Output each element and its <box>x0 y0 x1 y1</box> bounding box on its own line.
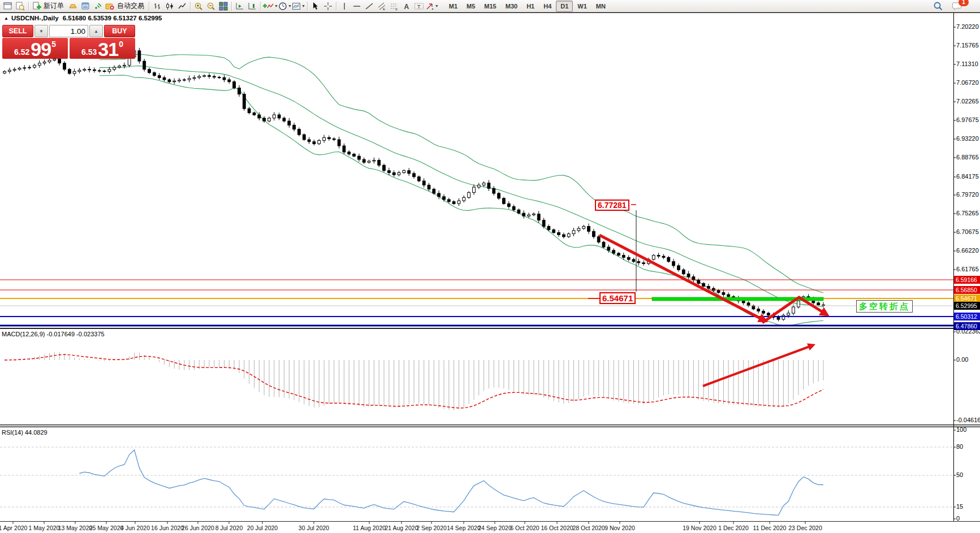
bollinger-lower-band <box>100 75 823 326</box>
buy-price-box[interactable]: 6.53 31 0 <box>70 38 135 59</box>
vertical-line-icon[interactable] <box>338 1 351 12</box>
support-price-annotation[interactable]: 6.54671 <box>599 292 636 304</box>
timeframe-button-d1[interactable]: D1 <box>556 1 573 12</box>
profiles-icon[interactable] <box>14 1 27 12</box>
bollinger-upper-band <box>100 54 823 293</box>
horizontal-line-icon[interactable] <box>351 1 363 12</box>
turning-point-note[interactable]: 多空转折点 <box>856 300 913 313</box>
equidistant-channel-icon[interactable]: E <box>375 1 388 12</box>
toolbar-separator <box>190 2 191 11</box>
volume-increase-button[interactable]: ▲ <box>89 25 103 37</box>
timeframe-button-h4[interactable]: H4 <box>539 1 556 12</box>
trendline-icon[interactable] <box>363 1 375 12</box>
chart-shift-icon[interactable] <box>246 1 258 12</box>
zoom-in-icon[interactable] <box>192 1 205 12</box>
notification-badge: 1 <box>959 0 969 6</box>
timeframe-button-m15[interactable]: M15 <box>480 1 500 12</box>
sell-price-point: 5 <box>51 40 56 49</box>
buy-price-pips: 31 <box>98 41 118 58</box>
chart-canvas <box>0 0 980 533</box>
cursor-icon[interactable] <box>309 1 322 12</box>
bollinger-middle-band <box>100 66 823 307</box>
svg-text:F: F <box>395 7 398 11</box>
sell-price-pips: 99 <box>31 41 51 58</box>
autotrading-label[interactable]: 自动交易 <box>117 1 144 11</box>
sell-price-box[interactable]: 6.52 99 5 <box>2 38 68 59</box>
symbol-period-label: USDCNH-,Daily <box>11 15 59 21</box>
buy-price-major: 6.53 <box>81 47 97 58</box>
chart-title: ▲USDCNH-,Daily6.51680 6.53539 6.51327 6.… <box>4 15 162 21</box>
fibonacci-icon[interactable]: F <box>388 1 400 12</box>
toolbar-separator <box>336 2 336 11</box>
autotrading-icon[interactable] <box>104 1 116 12</box>
high-price-annotation[interactable]: 6.77281 <box>595 200 629 211</box>
rsi-label: RSI(14) 44.0829 <box>2 429 48 436</box>
svg-text:T: T <box>417 3 421 9</box>
tile-windows-icon[interactable] <box>217 1 230 12</box>
macd-label: MACD(12,26,9) -0.017649 -0.023375 <box>2 331 105 337</box>
rsi-line <box>79 450 823 515</box>
buy-button[interactable]: BUY <box>104 25 135 37</box>
bar-chart-icon[interactable] <box>151 1 163 12</box>
main-toolbar: 新订单 自动交易 ▼ ▼ ▼ E F A T ▼ M1M5M15M30H1H4D… <box>0 0 980 12</box>
svg-text:E: E <box>383 7 385 11</box>
sell-button[interactable]: SELL <box>2 25 33 37</box>
gold-alert-icon[interactable] <box>67 1 79 12</box>
svg-text:A: A <box>404 2 409 10</box>
macd-rsi-separator-bottom <box>0 427 980 427</box>
text-icon[interactable]: A <box>400 1 413 12</box>
macd-rsi-separator-top <box>0 424 980 425</box>
timeframe-button-w1[interactable]: W1 <box>573 1 592 12</box>
arrows-shapes-icon[interactable]: ▼ <box>425 1 439 12</box>
window-panel-icon[interactable] <box>2 1 14 12</box>
candles-layer <box>3 48 825 322</box>
auto-scroll-icon[interactable] <box>234 1 246 12</box>
market-depth-icon[interactable] <box>79 1 92 12</box>
buy-price-point: 0 <box>119 40 123 49</box>
signals-icon[interactable] <box>92 1 104 12</box>
periods-icon[interactable]: ▼ <box>278 1 292 12</box>
templates-icon[interactable]: ▼ <box>292 1 305 12</box>
one-click-trading-panel: SELL ▼ ▲ BUY 6.52 99 5 6.53 31 0 <box>2 25 135 59</box>
new-order-label[interactable]: 新订单 <box>44 1 64 11</box>
indicators-icon[interactable]: ▼ <box>262 1 278 12</box>
toolbar-separator <box>149 2 149 11</box>
timeframe-button-h1[interactable]: H1 <box>522 1 539 12</box>
new-order-icon[interactable] <box>31 1 43 12</box>
text-label-icon[interactable]: T <box>413 1 425 12</box>
timeframe-button-mn[interactable]: MN <box>592 1 610 12</box>
ohlc-values: 6.51680 6.53539 6.51327 6.52995 <box>63 15 162 21</box>
timeframe-button-m5[interactable]: M5 <box>462 1 480 12</box>
line-chart-icon[interactable] <box>176 1 188 12</box>
toolbar-separator <box>231 2 232 11</box>
crosshair-icon[interactable] <box>322 1 334 12</box>
timeframe-button-m1[interactable]: M1 <box>444 1 462 12</box>
collapse-icon[interactable]: ▲ <box>4 16 8 21</box>
price-macd-separator <box>0 328 980 329</box>
sell-price-major: 6.52 <box>14 47 29 58</box>
notifications-chat-icon[interactable]: 1 <box>951 1 964 12</box>
toolbar-separator <box>28 2 29 11</box>
candlestick-chart-icon[interactable] <box>163 1 176 12</box>
volume-decrease-button[interactable]: ▼ <box>34 25 48 37</box>
volume-input[interactable] <box>49 25 88 37</box>
search-icon[interactable] <box>932 1 944 12</box>
zoom-out-icon[interactable] <box>205 1 217 12</box>
timeframe-button-m30[interactable]: M30 <box>501 1 522 12</box>
macd-histogram <box>5 352 823 411</box>
toolbar-separator <box>260 2 261 11</box>
toolbar-separator <box>307 2 308 11</box>
macd-trend-arrow <box>703 345 813 386</box>
timeframe-toolbar: M1M5M15M30H1H4D1W1MN <box>444 1 610 12</box>
